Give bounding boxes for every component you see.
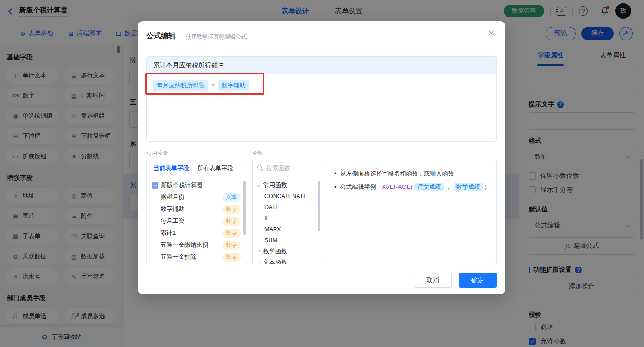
- variable-name: 每月工资: [161, 217, 184, 225]
- example-label: 公式编辑举例：: [340, 183, 382, 190]
- function-name: CONCATENATE: [264, 193, 307, 199]
- variables-panel: 当前表单字段 所有表单字段 新版个税计算器 缴税月份文本 数字辅助数字 每月工资…: [146, 160, 247, 264]
- type-badge: 数字: [222, 205, 241, 214]
- formula-editor-modal: 公式编辑 使用数学运算符编辑公式 × 累计本月应纳税所得额 = 每月应纳税所得额…: [138, 21, 505, 294]
- functions-scrollbar[interactable]: [318, 181, 320, 231]
- variable-name: 累计1: [161, 229, 176, 237]
- example-function-open: AVERAGE(: [382, 183, 413, 190]
- group-label: 文本函数: [263, 258, 287, 264]
- form-tree-root[interactable]: 新版个税计算器: [147, 179, 247, 191]
- type-badge: 数字: [222, 229, 241, 238]
- confirm-button[interactable]: 确定: [459, 273, 497, 288]
- group-label: 常用函数: [263, 181, 287, 189]
- group-label: 数学函数: [263, 247, 287, 256]
- variable-row[interactable]: 五险一金缴纳比例数字: [147, 239, 247, 251]
- function-item[interactable]: IF: [253, 213, 322, 224]
- chevron-right-icon: [257, 250, 260, 253]
- variable-row[interactable]: 每月工资数字: [147, 215, 247, 227]
- example-function-close: ): [485, 183, 487, 190]
- app-root: 新版个税计算器 表单设计 表单设置 数据管理 ? 政 ⊘ 表单外链 ⊠ 后端脚本: [0, 0, 644, 347]
- type-badge: 数字: [222, 217, 241, 226]
- function-item[interactable]: CONCATENATE: [253, 191, 322, 202]
- function-group-common[interactable]: 常用函数: [253, 180, 322, 191]
- formula-target: 累计本月应纳税所得额 =: [147, 57, 496, 74]
- variable-row[interactable]: 累计1数字: [147, 227, 247, 239]
- tab-all-form-fields[interactable]: 所有表单字段: [197, 164, 233, 172]
- function-name: DATE: [264, 204, 279, 210]
- variable-name: 五险一金缴纳比例: [161, 241, 208, 249]
- variable-name: 缴税月份: [161, 193, 184, 201]
- function-item[interactable]: SUM: [253, 235, 322, 246]
- form-doc-icon: [152, 182, 158, 189]
- formula-editor: 累计本月应纳税所得额 = 每月应纳税所得额 * 数字辅助: [146, 56, 497, 142]
- formula-field-token[interactable]: 每月应纳税所得额: [153, 80, 208, 91]
- function-name: IF: [264, 215, 270, 222]
- variable-row[interactable]: 五险一金扣除数字: [147, 251, 247, 263]
- function-search-input[interactable]: [266, 165, 312, 171]
- type-badge: 数字: [222, 253, 241, 262]
- example-field-chip: 语文成绩: [414, 183, 444, 191]
- modal-subtitle: 使用数学运算符编辑公式: [186, 33, 247, 41]
- function-name: SUM: [264, 237, 277, 244]
- function-search[interactable]: [253, 160, 322, 176]
- variable-row[interactable]: 缴税月份文本: [147, 191, 247, 203]
- formula-input-area[interactable]: 每月应纳税所得额 * 数字辅助: [147, 74, 496, 97]
- tab-current-form-fields[interactable]: 当前表单字段: [153, 164, 189, 172]
- form-name: 新版个税计算器: [161, 181, 203, 189]
- function-name: MAPX: [264, 226, 281, 233]
- search-icon: [257, 165, 263, 171]
- modal-title: 公式编辑: [146, 31, 176, 41]
- chevron-down-icon: [257, 182, 260, 186]
- function-group-math[interactable]: 数学函数: [253, 246, 322, 257]
- chevron-right-icon: [257, 261, 260, 264]
- type-badge: 数字: [222, 241, 241, 250]
- variable-row[interactable]: 数字: [147, 263, 247, 264]
- variables-scrollbar[interactable]: [243, 181, 246, 235]
- variable-name: 数字辅助: [161, 205, 184, 213]
- example-field-chip: 数学成绩: [454, 183, 483, 191]
- variable-name: 五险一金扣除: [161, 253, 196, 261]
- bullet-icon: •: [334, 169, 337, 178]
- functions-label: 函数: [252, 149, 263, 157]
- variable-row[interactable]: 数字辅助数字: [147, 203, 247, 215]
- bullet-icon: •: [334, 182, 337, 192]
- close-icon[interactable]: ×: [489, 28, 494, 38]
- function-group-text[interactable]: 文本函数: [253, 257, 322, 264]
- help-line-1: 从左侧面板选择字段名和函数，或输入函数: [340, 169, 454, 178]
- example-comma: ，: [446, 183, 452, 190]
- function-item[interactable]: MAPX: [253, 224, 322, 235]
- formula-help-panel: • 从左侧面板选择字段名和函数，或输入函数 • 公式编辑举例：AVERAGE(语…: [327, 160, 497, 264]
- functions-panel: 常用函数 CONCATENATE DATE IF MAPX SUM 数学函数 文…: [252, 160, 322, 264]
- type-badge: 文本: [222, 193, 241, 202]
- formula-field-token[interactable]: 数字辅助: [218, 80, 249, 91]
- variables-label: 可用变量: [146, 149, 168, 157]
- function-item[interactable]: DATE: [253, 202, 322, 213]
- cancel-button[interactable]: 取消: [414, 273, 452, 288]
- help-line-2: 公式编辑举例：AVERAGE(语文成绩，数学成绩): [340, 182, 487, 192]
- formula-operator: *: [212, 82, 214, 89]
